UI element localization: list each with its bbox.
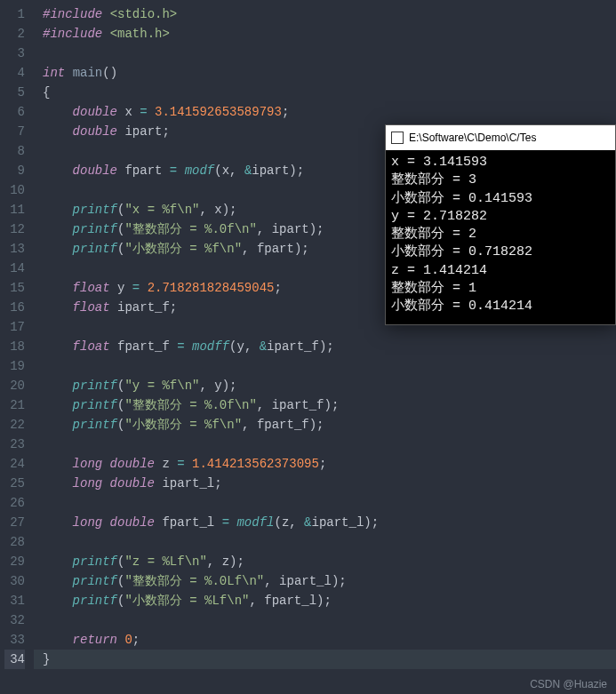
line-number: 4 (4, 63, 25, 83)
line-number: 34 (4, 650, 25, 669)
console-window[interactable]: E:\Software\C\Demo\C/Tes x = 3.141593 整数… (385, 124, 616, 325)
line-number: 19 (4, 356, 25, 376)
line-number: 33 (4, 630, 25, 650)
line-number: 8 (4, 141, 25, 161)
line-number: 5 (4, 83, 25, 102)
line-number: 24 (4, 454, 25, 474)
line-number: 25 (4, 474, 25, 493)
line-number: 20 (4, 376, 25, 395)
code-area[interactable]: #include <stdio.h> #include <math.h> int… (34, 0, 616, 694)
line-number: 6 (4, 102, 25, 122)
line-number: 10 (4, 180, 25, 200)
line-number: 28 (4, 532, 25, 552)
line-number: 15 (4, 278, 25, 298)
line-number: 14 (4, 259, 25, 278)
console-output: x = 3.141593 整数部分 = 3 小数部分 = 0.141593 y … (386, 150, 615, 324)
code-line (34, 610, 616, 630)
line-number: 22 (4, 415, 25, 435)
code-line: #include <math.h> (34, 24, 616, 44)
console-title: E:\Software\C\Demo\C/Tes (409, 132, 536, 144)
line-number: 26 (4, 493, 25, 513)
code-line: return 0; (34, 630, 616, 650)
line-number: 1 (4, 4, 25, 24)
code-line: int main() (34, 63, 616, 83)
code-line: printf("小数部分 = %f\n", fpart_f); (34, 415, 616, 435)
code-line (34, 493, 616, 513)
code-line (34, 356, 616, 376)
code-line: printf("y = %f\n", y); (34, 376, 616, 395)
console-titlebar[interactable]: E:\Software\C\Demo\C/Tes (386, 125, 615, 150)
code-line: long double fpart_l = modfl(z, &ipart_l)… (34, 513, 616, 532)
code-line: printf("整数部分 = %.0Lf\n", ipart_l); (34, 571, 616, 591)
code-line: long double z = 1.414213562373095; (34, 454, 616, 474)
line-number: 3 (4, 44, 25, 63)
line-number: 32 (4, 610, 25, 630)
code-line: #include <stdio.h> (34, 4, 616, 24)
line-number: 29 (4, 552, 25, 571)
line-number: 23 (4, 435, 25, 454)
watermark-text: CSDN @Huazie (530, 678, 607, 690)
line-number: 13 (4, 239, 25, 259)
code-line: } (34, 650, 616, 669)
line-number: 16 (4, 298, 25, 317)
code-editor[interactable]: 1234567891011121314151617181920212223242… (0, 0, 616, 694)
line-number: 2 (4, 24, 25, 44)
code-line: double x = 3.141592653589793; (34, 102, 616, 122)
line-number: 12 (4, 219, 25, 239)
line-number: 11 (4, 200, 25, 219)
line-number: 9 (4, 161, 25, 180)
line-number: 27 (4, 513, 25, 532)
line-number: 17 (4, 317, 25, 337)
code-line (34, 532, 616, 552)
line-number: 31 (4, 591, 25, 610)
code-line (34, 435, 616, 454)
line-number-gutter: 1234567891011121314151617181920212223242… (0, 0, 34, 694)
code-line: { (34, 83, 616, 102)
code-line (34, 44, 616, 63)
code-line: long double ipart_l; (34, 474, 616, 493)
code-line: float fpart_f = modff(y, &ipart_f); (34, 337, 616, 356)
line-number: 21 (4, 395, 25, 415)
line-number: 18 (4, 337, 25, 356)
code-line: printf("整数部分 = %.0f\n", ipart_f); (34, 395, 616, 415)
line-number: 7 (4, 122, 25, 141)
code-line: printf("小数部分 = %Lf\n", fpart_l); (34, 591, 616, 610)
console-app-icon (391, 132, 404, 144)
line-number: 30 (4, 571, 25, 591)
code-line: printf("z = %Lf\n", z); (34, 552, 616, 571)
